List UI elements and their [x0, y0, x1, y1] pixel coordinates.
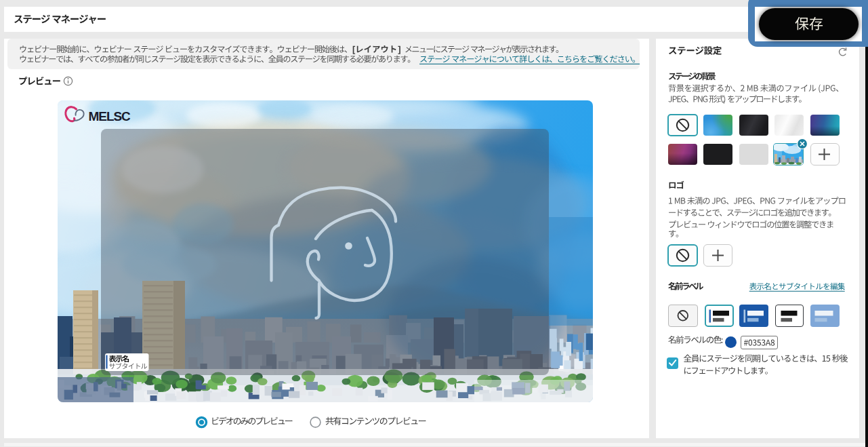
svg-text:MELSC: MELSC [89, 109, 131, 123]
